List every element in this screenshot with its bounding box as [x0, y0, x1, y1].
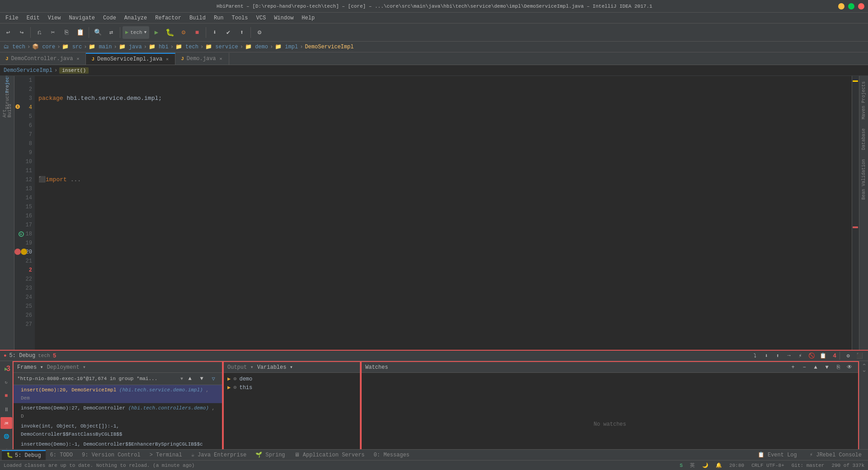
code-editor[interactable]: 1 2 3 4 i 5 6 7 8 9 10 11 12 13 14: [14, 76, 852, 350]
deployment-tab[interactable]: Deployment ▾: [47, 364, 86, 371]
tab-todo[interactable]: 6: TODO: [46, 450, 77, 460]
tab-version-control[interactable]: 9: Version Control: [77, 450, 145, 460]
tab-java-enterprise[interactable]: ☕ Java Enterprise: [187, 450, 251, 460]
menu-refactor[interactable]: Refactor: [151, 14, 185, 22]
output-tab[interactable]: Output ▾: [227, 364, 254, 371]
nav-core[interactable]: 📦 core: [32, 43, 55, 50]
nav-java[interactable]: 📁 java: [119, 43, 142, 50]
menu-edit[interactable]: Edit: [23, 14, 43, 22]
debug-get-thread-dump[interactable]: 📋: [818, 351, 828, 361]
debug-rebel[interactable]: JR: [0, 417, 12, 429]
tab-demo[interactable]: J Demo.java ✕: [175, 53, 229, 65]
debug-tab-label[interactable]: 5: Debug: [9, 352, 36, 359]
watches-copy[interactable]: ⎘: [833, 362, 843, 372]
scrollbar-area[interactable]: [852, 76, 859, 350]
toolbar-copy[interactable]: ⎘: [60, 26, 73, 39]
frame-item[interactable]: invoke(int, Object, Object[]):-1, DemoCo…: [14, 421, 222, 439]
code-content[interactable]: package hbi.tech.service.demo.impl; ⬛imp…: [35, 76, 852, 350]
var-demo[interactable]: ▶ ⊙ demo: [224, 375, 360, 383]
bean-validation-tab[interactable]: Bean Validation: [860, 155, 867, 203]
debug-web[interactable]: 🌐: [0, 431, 12, 442]
toolbar-back[interactable]: ↩: [2, 26, 14, 39]
var-this[interactable]: ▶ ⊙ this: [224, 383, 360, 392]
variables-tab[interactable]: Variables ▾: [257, 364, 293, 371]
debug-button[interactable]: 🐛: [164, 26, 176, 39]
debug-step-into[interactable]: ⬇: [761, 351, 771, 361]
menu-code[interactable]: Code: [99, 14, 120, 22]
nav-service[interactable]: 📁 service: [205, 43, 238, 50]
nav-tech2[interactable]: 📁 tech: [175, 43, 198, 50]
frame-item[interactable]: insertDemo(Demo):-1, DemoController$$Enh…: [14, 439, 222, 449]
frames-tab[interactable]: Frames ▾: [17, 364, 43, 371]
debug-run-to-cursor[interactable]: →: [784, 351, 794, 361]
debug-stop[interactable]: ■: [0, 390, 12, 402]
tab-event-log[interactable]: 📋 Event Log: [753, 450, 802, 460]
thread-dropdown-arrow[interactable]: ▼: [180, 376, 183, 381]
tab-debug[interactable]: 🐛 5: Debug: [2, 450, 46, 460]
toolbar-cut[interactable]: ✂: [47, 26, 59, 39]
tab-democontroller[interactable]: J DemoController.java ✕: [0, 53, 86, 65]
right-panel-tabs[interactable]: Maven Projects Database Bean Validation: [859, 76, 868, 350]
vcs-update[interactable]: ⬇: [208, 26, 221, 39]
minimize-button[interactable]: [838, 3, 844, 9]
menu-analyze[interactable]: Analyze: [121, 14, 151, 22]
toolbar-replace[interactable]: ⇄: [105, 26, 118, 39]
bc-method[interactable]: insert(): [59, 67, 89, 74]
debug-evaluate[interactable]: ⚡: [795, 351, 805, 361]
menu-help[interactable]: Help: [298, 14, 318, 22]
database-tab[interactable]: Database: [860, 125, 867, 154]
tab-close-demoserviceimpl[interactable]: ✕: [165, 56, 170, 62]
watches-down[interactable]: ▼: [822, 362, 832, 372]
debug-resume2[interactable]: ↻: [0, 376, 12, 388]
menu-window[interactable]: Window: [270, 14, 297, 22]
bc-class[interactable]: DemoServiceImpl: [4, 67, 52, 74]
artbuild-icon[interactable]: Art Build: [1, 105, 13, 117]
nav-demo[interactable]: 📁 demo: [245, 43, 268, 50]
watches-icon[interactable]: 👁: [844, 362, 854, 372]
tab-terminal[interactable]: > Terminal: [145, 450, 187, 460]
close-button[interactable]: [858, 3, 864, 9]
frame-item[interactable]: insert(Demo):20, DemoServiceImpl (hbi.te…: [14, 385, 222, 403]
debug-restore[interactable]: ⬛: [854, 351, 864, 361]
frame-item[interactable]: insertDemo(Demo):27, DemoController (hbi…: [14, 403, 222, 421]
tab-demoserviceimpl[interactable]: J DemoServiceImpl.java ✕: [86, 53, 175, 65]
tab-jrebel-console[interactable]: ⚡ JRebel Console: [805, 450, 866, 460]
tab-close-demo[interactable]: ✕: [219, 56, 223, 62]
watches-remove[interactable]: −: [799, 362, 809, 372]
run-button[interactable]: ▶: [150, 26, 163, 39]
debug-settings[interactable]: ⚙: [843, 351, 853, 361]
tab-app-servers[interactable]: 🖥 Application Servers: [290, 450, 369, 460]
menu-navigate[interactable]: Navigate: [65, 14, 99, 22]
coverage-button[interactable]: ⚙: [177, 26, 190, 39]
toolbar-settings[interactable]: ⚙: [253, 26, 266, 39]
frames-down[interactable]: ▼: [197, 374, 207, 384]
debug-step-over[interactable]: ⤵: [750, 351, 760, 361]
tab-spring[interactable]: 🌱 Spring: [251, 450, 289, 460]
vcs-commit[interactable]: ✔: [222, 26, 235, 39]
nav-class[interactable]: DemoServiceImpl: [305, 44, 354, 50]
window-controls[interactable]: [838, 3, 864, 9]
tab-close-democontroller[interactable]: ✕: [75, 56, 80, 62]
watches-up[interactable]: ▲: [811, 362, 821, 372]
debug-mute-breakpoints[interactable]: 🚫: [807, 351, 816, 361]
menu-vcs[interactable]: VCS: [253, 14, 270, 22]
menu-file[interactable]: File: [2, 14, 22, 22]
frames-up[interactable]: ▲: [185, 374, 195, 384]
vcs-push[interactable]: ⬆: [236, 26, 248, 39]
maven-projects-tab[interactable]: Maven Projects: [860, 78, 867, 123]
watches-add[interactable]: +: [788, 362, 798, 372]
menu-build[interactable]: Build: [186, 14, 209, 22]
menu-run[interactable]: Run: [210, 14, 227, 22]
debug-pause[interactable]: ⏸: [0, 404, 12, 415]
toolbar-paste[interactable]: 📋: [74, 26, 86, 39]
nav-main[interactable]: 📁 main: [89, 43, 112, 50]
toolbar-search[interactable]: 🔍: [91, 26, 104, 39]
debug-step-out[interactable]: ⬆: [773, 351, 783, 361]
toolbar-forward[interactable]: ↪: [15, 26, 28, 39]
run-config-dropdown[interactable]: ▶ tech ▼: [123, 26, 149, 39]
structure-icon[interactable]: Structure: [1, 91, 13, 103]
nav-src[interactable]: 📁 src: [62, 43, 82, 50]
toolbar-undo[interactable]: ⎌: [33, 26, 46, 39]
menu-tools[interactable]: Tools: [228, 14, 252, 22]
nav-tech[interactable]: 🗂 tech: [4, 43, 25, 50]
